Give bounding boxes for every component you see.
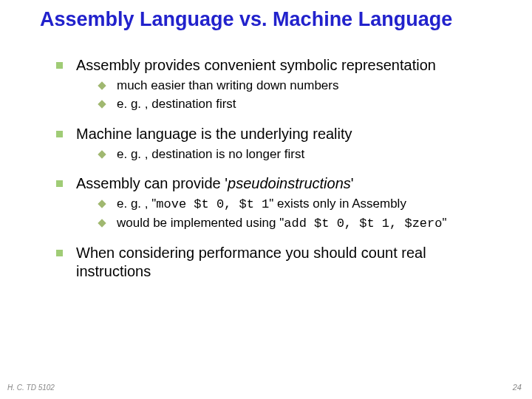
bullet-text: e. g. , destination first <box>117 96 236 112</box>
text-segment: " <box>442 216 446 230</box>
bullet-text: would be implemented using "add $t 0, $t… <box>117 215 447 232</box>
square-bullet-icon <box>56 62 63 69</box>
text-segment: e. g. , " <box>117 197 156 211</box>
diamond-bullet-icon <box>98 100 106 109</box>
bullet-text: e. g. , destination is no longer first <box>117 146 304 163</box>
sub-bullet-group: e. g. , destination is no longer first <box>56 146 495 163</box>
bullet-level1: When considering performance you should … <box>56 244 495 281</box>
bullet-text: Assembly can provide 'pseudoinstructions… <box>76 174 354 193</box>
square-bullet-icon <box>56 131 63 137</box>
diamond-bullet-icon <box>98 82 106 90</box>
bullet-level2: e. g. , destination is no longer first <box>99 146 495 163</box>
bullet-level2: e. g. , destination first <box>99 96 495 112</box>
sub-bullet-group: much easier than writing down numbers e.… <box>56 78 495 112</box>
slide: Assembly Language vs. Machine Language A… <box>0 0 532 399</box>
diamond-bullet-icon <box>98 219 106 227</box>
bullet-text: much easier than writing down numbers <box>117 78 338 94</box>
text-segment: would be implemented using " <box>117 216 284 230</box>
text-segment: " exists only in Assembly <box>269 197 406 211</box>
slide-content: Assembly provides convenient symbolic re… <box>0 56 532 280</box>
diamond-bullet-icon <box>98 200 106 208</box>
square-bullet-icon <box>56 180 63 187</box>
code-text: move $t 0, $t 1 <box>156 197 269 211</box>
bullet-text: Machine language is the underlying reali… <box>76 125 352 143</box>
square-bullet-icon <box>56 250 63 256</box>
slide-title: Assembly Language vs. Machine Language <box>0 9 532 30</box>
bullet-level1: Assembly provides convenient symbolic re… <box>56 56 495 75</box>
page-number: 24 <box>513 383 522 392</box>
bullet-text: When considering performance you should … <box>76 244 495 281</box>
diamond-bullet-icon <box>98 150 106 158</box>
bullet-text: e. g. , "move $t 0, $t 1" exists only in… <box>117 196 406 213</box>
code-text: add $t 0, $t 1, $zero <box>284 216 442 231</box>
bullet-level1: Assembly can provide 'pseudoinstructions… <box>56 174 495 193</box>
text-segment: ' <box>351 175 354 191</box>
bullet-level2: would be implemented using "add $t 0, $t… <box>99 215 495 232</box>
bullet-level2: much easier than writing down numbers <box>99 78 495 94</box>
sub-bullet-group: e. g. , "move $t 0, $t 1" exists only in… <box>56 196 495 232</box>
bullet-text: Assembly provides convenient symbolic re… <box>76 56 436 75</box>
italic-text: pseudoinstructions <box>228 175 351 191</box>
bullet-level2: e. g. , "move $t 0, $t 1" exists only in… <box>99 196 495 213</box>
footer-author: H. C. TD 5102 <box>7 383 55 392</box>
bullet-level1: Machine language is the underlying reali… <box>56 125 495 143</box>
text-segment: Assembly can provide ' <box>76 175 228 191</box>
